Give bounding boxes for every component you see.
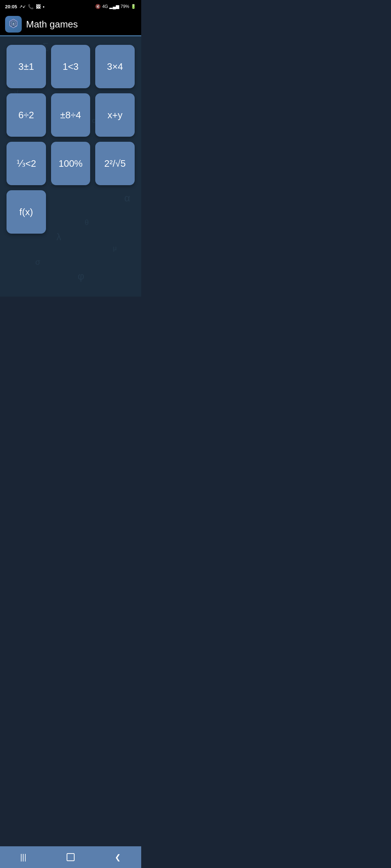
game-button-percentages[interactable]: 100% xyxy=(51,142,91,185)
app-bar: 7 2 11 Math games xyxy=(0,13,141,36)
svg-text:7: 7 xyxy=(13,22,14,26)
status-time: 20:05 ↗↙ 📞 🖼 • xyxy=(5,4,45,9)
game-button-powers-roots[interactable]: 2²/√5 xyxy=(95,142,135,185)
game-button-mixed-division[interactable]: ±8÷4 xyxy=(51,93,91,137)
dot-indicator: • xyxy=(43,4,45,9)
status-right: 🔇 4G ▂▄▆ 79% 🔋 xyxy=(95,4,136,9)
gallery-icon: 🖼 xyxy=(36,4,41,9)
app-icon: 7 2 11 xyxy=(5,16,22,33)
svg-text:11: 11 xyxy=(14,25,17,27)
network-label: 4G xyxy=(102,4,108,9)
battery-label: 79% xyxy=(121,4,129,9)
game-button-functions[interactable]: f(x) xyxy=(7,190,46,234)
game-button-algebra[interactable]: x+y xyxy=(95,93,135,137)
game-button-division[interactable]: 6÷2 xyxy=(7,93,46,137)
game-button-fractions[interactable]: ⅓<2 xyxy=(7,142,46,185)
phone-icon: 📞 xyxy=(28,4,34,9)
main-content: ∫ π ∑ ≠ √ ∞ Δ 7 ÷ ± × α β θ λ μ σ φ 3±11… xyxy=(0,36,141,297)
game-button-multiplication[interactable]: 3×4 xyxy=(95,45,135,88)
signal-icons: ↗↙ xyxy=(19,4,26,9)
mute-icon: 🔇 xyxy=(95,4,101,9)
signal-bars: ▂▄▆ xyxy=(109,4,119,9)
battery-icon: 🔋 xyxy=(131,4,136,9)
status-bar: 20:05 ↗↙ 📞 🖼 • 🔇 4G ▂▄▆ 79% 🔋 xyxy=(0,0,141,13)
app-logo-icon: 7 2 11 xyxy=(8,18,19,30)
game-button-comparison[interactable]: 1<3 xyxy=(51,45,91,88)
games-grid: 3±11<33×46÷2±8÷4x+y⅓<2100%2²/√5f(x) xyxy=(0,36,141,242)
time-display: 20:05 xyxy=(5,4,17,9)
svg-text:2: 2 xyxy=(11,25,12,27)
app-title: Math games xyxy=(26,19,78,30)
game-button-addition-subtraction[interactable]: 3±1 xyxy=(7,45,46,88)
